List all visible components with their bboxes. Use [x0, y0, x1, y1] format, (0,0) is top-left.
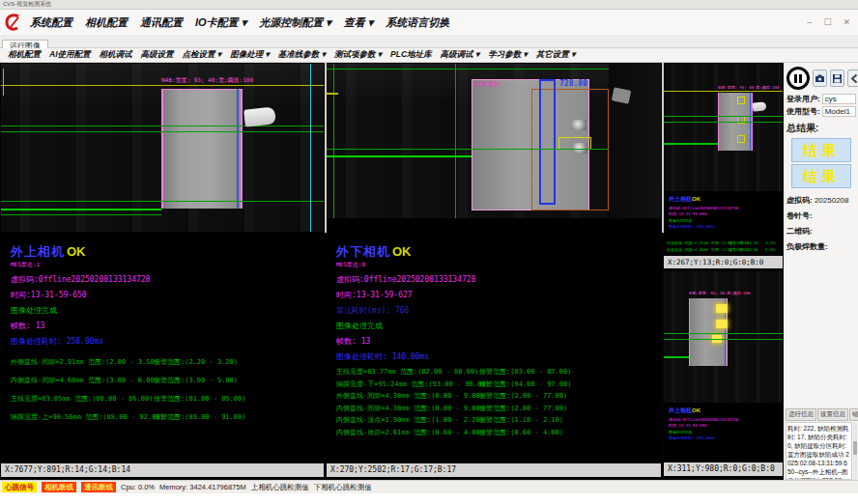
algorithm-time-line: 算法耗时(ms): 766: [336, 305, 657, 316]
toolbar-camera-config[interactable]: 相机配置: [8, 49, 41, 61]
comm-offline-badge: 通讯断线: [81, 482, 116, 492]
thumbnail-text: 外上相机OK 虚拟码:0ffline20250208133134728 时间:1…: [669, 195, 738, 229]
virtual-code-value: 20250208: [815, 196, 849, 205]
menu-item-comm-config[interactable]: 通讯配置: [140, 15, 183, 30]
toolbar-baseline-params[interactable]: 基准线参数 ▾: [278, 49, 326, 61]
time-line: 时间:13-31-59-650: [11, 290, 320, 300]
measure-line: [1, 201, 324, 202]
thumbnail-view-bottom[interactable]: N4B:宽度: 93; 40:宽;阈值:100 外上相机OK 虚拟码:0ffli…: [664, 271, 783, 461]
menu-item-system-config[interactable]: 系统配置: [30, 15, 72, 30]
pixel-info-bar-thumb-bottom: X:311;Y:980;R:0;G:0;B:0: [664, 462, 783, 476]
ai-region-label: AI检测区: [474, 80, 500, 89]
toolbar-camera-debug[interactable]: 相机调试: [100, 49, 132, 61]
measure-value: 内侧直线-间隙=4.38mm 范围:(0.00 - 9.00): [336, 405, 484, 412]
measurement-row: 外侧直线-间隙=4.38mm 范围:(0.00 - 9.00)报警范围:(2.0…: [336, 391, 657, 404]
alarm-range: 报警范围:(1.10 - 2.10): [479, 415, 563, 425]
alarm-range: 报警范围:(2.20 - 3.20): [729, 240, 777, 245]
toolbar-spot-check-settings[interactable]: 点检设置 ▾: [183, 49, 222, 61]
measure-line: [664, 339, 783, 340]
result-status: OK: [692, 196, 701, 202]
tab-strip: 运行图像: [0, 35, 858, 48]
model-field[interactable]: Model1: [822, 106, 856, 117]
measure-value: 外侧直线-间隙=4.38mm 范围:(0.00 - 9.00): [336, 392, 484, 400]
thumbnail-image: N4B:宽度: 93; 40:宽;阈值:100: [664, 64, 783, 191]
toolbar-advanced-settings[interactable]: 高级设置: [141, 49, 174, 61]
memory-usage: Memory: 3424.41796875M: [159, 483, 246, 491]
measurement-row-mini: 内侧直线-间隙=4.60mm 范围:(3.00 - 6.00)报警范围:(3.0…: [667, 247, 781, 254]
camera-image-upper-outer: N4B:宽度: 93; 40:宽;阈值:100: [1, 64, 324, 232]
camera-image-lower-outer: AI检测区 728.80: [327, 64, 661, 218]
alarm-range: 报警范围:(2.00 - 77.00): [479, 391, 567, 401]
toolbar-learning-params[interactable]: 学习参数 ▾: [488, 49, 528, 61]
toolbar-other-settings[interactable]: 其它设置 ▾: [536, 49, 576, 61]
tab-run-info[interactable]: 运行信息: [786, 408, 816, 421]
maximize-icon[interactable]: ☐: [823, 17, 831, 27]
minimize-icon[interactable]: –: [807, 17, 812, 27]
log-scrollbar[interactable]: [853, 422, 857, 480]
menu-item-camera-config[interactable]: 相机配置: [85, 15, 128, 30]
toolbar-plc-address-lib[interactable]: PLC地址库: [390, 49, 432, 61]
model-row: 使用型号: Model1: [785, 105, 858, 118]
total-result-label: 总结果:: [785, 118, 858, 136]
measurement-row: 内侧直线-顶点=1.90mm 范围:(1.00 - 2.20)报警范围:(1.1…: [336, 415, 657, 428]
status-bar: 心跳信号 相机断线 通讯断线 Cpu: 0.0% Memory: 3424.41…: [0, 480, 858, 493]
menu-item-view[interactable]: 查看 ▾: [344, 15, 374, 30]
back-button[interactable]: [847, 70, 858, 87]
login-user-field[interactable]: cys: [822, 94, 856, 104]
overlay-note-mini: N4B:宽度: 93; 40:宽;阈值:100: [689, 291, 750, 295]
thumbnail-image: N4B:宽度: 93; 40:宽;阈值:100: [664, 271, 783, 403]
measure-line: [1, 214, 161, 215]
result-text-block: 外上相机OK MES发送:1 虚拟码:0ffline20250208133134…: [11, 243, 320, 431]
camera-view-lower-outer[interactable]: AI检测区 728.80 外下相机OK MES发送:0 虚拟码:0ffline2…: [327, 64, 661, 462]
virtual-code-label: 虚拟码:: [786, 196, 813, 205]
highlight-box: [716, 320, 728, 328]
measure-line: [664, 356, 689, 358]
tab-settings-info[interactable]: 设置信息: [817, 408, 848, 421]
close-icon[interactable]: ✕: [843, 17, 850, 27]
menu-bar: 系统配置 相机配置 通讯配置 IO卡配置 ▾ 光源控制配置 ▾ 查看 ▾ 系统语…: [0, 10, 858, 35]
menu-item-io-card-config[interactable]: IO卡配置 ▾: [195, 15, 246, 30]
pixel-info-bar-thumb-top: X:267;Y:13;R:0;G:0;B:0: [664, 256, 783, 268]
frame-count-line: 帧数: 13: [336, 336, 657, 347]
alarm-range: 报警范围:(3.00 - 5.00): [154, 376, 238, 385]
result-text-block: 外下相机OK MES发送:0 虚拟码:0ffline20250208133134…: [336, 243, 657, 439]
alarm-range: 报警范围:(81.00 - 85.00): [154, 394, 245, 404]
measure-value: 隔膜宽度-下=95.24mm 范围:(93.00 - 98.00): [336, 380, 490, 388]
camera-result-title-mini: 外上相机OK: [669, 195, 738, 204]
measure-line: [333, 64, 334, 218]
menu-item-language-switch[interactable]: 系统语言切换: [386, 15, 449, 30]
menu-item-light-control-config[interactable]: 光源控制配置 ▾: [259, 15, 331, 30]
window-titlebar[interactable]: CVS-视觉检测系统: [0, 0, 858, 10]
toolbar-ai-use-config[interactable]: AI使用配置: [49, 49, 91, 61]
calibration-line: [3, 69, 4, 96]
alarm-range: 报警范围:(94.00 - 97.00): [479, 379, 571, 389]
roi-blue: [539, 79, 556, 205]
camera-result-title: 外下相机OK: [336, 243, 657, 261]
measurement-rows: 外侧直线-间隙=2.91mm 范围:(2.00 - 3.50)报警范围:(2.2…: [11, 357, 320, 431]
time-line: 时间:13-31-59-627: [336, 290, 657, 300]
measurement-row: 隔膜宽度-上=90.56mm 范围:(88.00 - 92.00)报警范围:(8…: [11, 412, 320, 431]
blue-measure-value: 728.80: [559, 79, 587, 88]
result-status: OK: [67, 244, 86, 259]
toolbar-image-processing[interactable]: 图像处理 ▾: [230, 49, 270, 61]
measure-line: [664, 122, 783, 123]
pause-button[interactable]: [786, 67, 810, 90]
toolbar-advanced-debug[interactable]: 高级调试 ▾: [441, 49, 480, 61]
window-controls: – ☐ ✕: [807, 10, 850, 35]
thumbnail-text: 外上相机OK 虚拟码:0ffline20250208133134728 时间:1…: [669, 406, 738, 440]
defect-box: [737, 97, 745, 104]
result-status: OK: [392, 244, 412, 259]
save-image-button[interactable]: [830, 70, 844, 87]
thumbnail-view-top[interactable]: N4B:宽度: 93; 40:宽;阈值:100 外上相机OK 虚拟码:0ffli…: [664, 64, 783, 255]
tab-error-info[interactable]: 错误信息: [849, 408, 858, 421]
defect-box: [737, 135, 745, 143]
camera-view-upper-outer[interactable]: N4B:宽度: 93; 40:宽;阈值:100 外上相机OK MES发送:1 虚…: [1, 64, 324, 462]
camera-capture-button[interactable]: [813, 70, 827, 87]
model-label: 使用型号:: [786, 106, 820, 117]
alarm-range: 报警范围:(89.00 - 91.00): [154, 412, 245, 422]
camera-name: 外上相机: [669, 407, 692, 413]
measure-line: [455, 64, 456, 218]
log-scrollbar-thumb[interactable]: [853, 441, 857, 455]
toolbar-test-item-params[interactable]: 测试项参数 ▾: [334, 49, 382, 61]
run-log-text: 耗时: 222, 缺陷检测耗时: 17, 缺陷分类耗时: 0, 缺陷提取分区耗时…: [786, 422, 852, 480]
